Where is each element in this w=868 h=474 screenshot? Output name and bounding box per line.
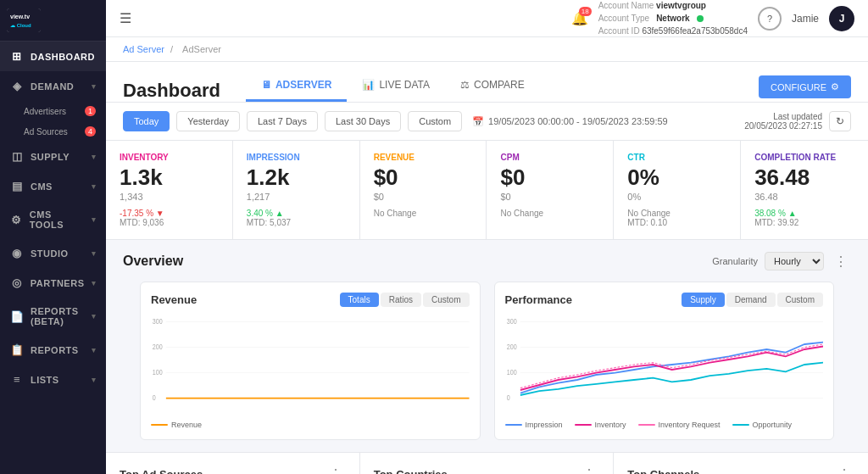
chevron-down-icon: ▾ xyxy=(92,153,97,161)
performance-chart-title: Performance xyxy=(505,293,572,306)
revenue-chart-card: Revenue Totals Ratios Custom 300 200 100 xyxy=(140,282,481,440)
sidebar-item-supply[interactable]: ◫ SUPPLY ▾ xyxy=(0,142,106,171)
topbar: ☰ 🔔 18 Account Name viewtvgroup Account … xyxy=(106,0,868,37)
account-id: 63fe59f66fea2a753b058dc4 xyxy=(642,26,748,36)
sidebar-item-cms-tools[interactable]: ⚙ CMS TOOLS ▾ xyxy=(0,201,106,238)
performance-chart-card: Performance Supply Demand Custom 300 200… xyxy=(494,282,835,440)
sidebar-item-label: REPORTS (BETA) xyxy=(31,306,85,326)
reports-icon: 📋 xyxy=(10,343,24,356)
top-ad-sources-title: Top Ad Sources xyxy=(120,468,203,474)
cpm-sub: $0 xyxy=(500,192,599,202)
chevron-down-icon: ▾ xyxy=(92,215,97,224)
sidebar-item-reports-beta[interactable]: 📄 REPORTS (BETA) ▾ xyxy=(0,298,106,335)
revenue-tab-ratios[interactable]: Ratios xyxy=(381,293,421,307)
bottom-cards-row: Top Ad Sources ⋮ Top Countries ⋮ Top Cha… xyxy=(106,452,868,474)
date-range-text: 19/05/2023 00:00:00 - 19/05/2023 23:59:5… xyxy=(488,116,668,126)
legend-impression-dot xyxy=(505,424,522,426)
filter-yesterday[interactable]: Yesterday xyxy=(176,111,240,131)
sidebar-item-label: STUDIO xyxy=(31,248,69,259)
sidebar-item-studio[interactable]: ◉ STUDIO ▾ xyxy=(0,238,106,268)
granularity-control: Granularity Hourly Daily Weekly xyxy=(712,252,824,270)
top-countries-more-button[interactable]: ⋮ xyxy=(579,465,599,474)
stat-ctr: CTR 0% 0% No Change MTD: 0.10 xyxy=(614,141,741,239)
sidebar-item-ad-sources[interactable]: Ad Sources 4 xyxy=(0,121,106,142)
hamburger-button[interactable]: ☰ xyxy=(120,10,131,26)
cpm-change: No Change xyxy=(500,209,599,218)
dashboard-tabs: 🖥 ADSERVER 📊 LIVE DATA ⚖ COMPARE xyxy=(246,70,540,102)
inventory-mtd: MTD: 9,036 xyxy=(120,218,219,227)
sidebar-item-lists[interactable]: ≡ LISTS ▾ xyxy=(0,365,106,394)
svg-text:100: 100 xyxy=(506,367,516,376)
content-area: Ad Server / AdServer Dashboard 🖥 ADSERVE… xyxy=(106,37,868,474)
stat-completion-rate: COMPLETION RATE 36.48 36.48 38.08 % ▲ MT… xyxy=(741,141,868,239)
top-channels-header: Top Channels ⋮ xyxy=(627,465,854,474)
tab-compare[interactable]: ⚖ COMPARE xyxy=(445,70,540,102)
logo-icon: view.tv ☁ Cloud xyxy=(7,8,41,32)
top-countries-header: Top Countries ⋮ xyxy=(374,465,600,474)
top-countries-title: Top Countries xyxy=(374,468,448,474)
completion-rate-sub: 36.48 xyxy=(754,192,854,202)
svg-text:300: 300 xyxy=(506,316,516,326)
inventory-label: INVENTORY xyxy=(120,153,219,162)
revenue-label: REVENUE xyxy=(374,153,473,162)
ctr-sub: 0% xyxy=(627,192,726,202)
filter-custom[interactable]: Custom xyxy=(408,111,462,131)
impression-change: 3.40 % ▲ xyxy=(247,209,346,218)
performance-chart-legend: Impression Inventory Inventory Request xyxy=(505,421,824,429)
legend-inventory-dot xyxy=(575,424,592,426)
perf-tab-custom[interactable]: Custom xyxy=(777,293,823,307)
overview-more-button[interactable]: ⋮ xyxy=(831,252,851,271)
sidebar-item-label: DASHBOARD xyxy=(31,52,95,62)
stat-impression: IMPRESSION 1.2k 1,217 3.40 % ▲ MTD: 5,03… xyxy=(233,141,360,239)
page-title: Dashboard xyxy=(123,80,220,102)
sidebar-item-demand[interactable]: ◈ DEMAND ▾ xyxy=(0,71,106,101)
granularity-select[interactable]: Hourly Daily Weekly xyxy=(765,252,824,270)
last-updated: Last updated 20/05/2023 02:27:15 xyxy=(744,112,822,131)
chevron-down-icon: ▾ xyxy=(92,182,97,191)
breadcrumb: Ad Server / AdServer xyxy=(106,37,868,62)
chevron-down-icon: ▾ xyxy=(92,312,97,321)
dashboard-icon: ⊞ xyxy=(10,50,24,63)
sidebar-item-reports[interactable]: 📋 REPORTS ▾ xyxy=(0,335,106,365)
user-avatar[interactable]: J xyxy=(829,6,854,31)
top-channels-more-button[interactable]: ⋮ xyxy=(834,465,854,474)
notification-bell[interactable]: 🔔 18 xyxy=(571,10,588,26)
filter-today[interactable]: Today xyxy=(123,111,170,131)
dashboard-header: Dashboard 🖥 ADSERVER 📊 LIVE DATA ⚖ COMPA… xyxy=(106,62,868,103)
filter-last-7-days[interactable]: Last 7 Days xyxy=(247,111,318,131)
chevron-down-icon: ▾ xyxy=(92,346,97,354)
perf-tab-demand[interactable]: Demand xyxy=(726,293,776,307)
perf-tab-supply[interactable]: Supply xyxy=(682,293,725,307)
sidebar-item-dashboard[interactable]: ⊞ DASHBOARD xyxy=(0,42,106,71)
performance-chart-header: Performance Supply Demand Custom xyxy=(505,293,824,307)
performance-chart-tabs: Supply Demand Custom xyxy=(682,293,823,307)
help-icon[interactable]: ? xyxy=(758,7,782,31)
completion-rate-mtd: MTD: 39.92 xyxy=(754,218,854,227)
chevron-down-icon: ▾ xyxy=(92,279,97,287)
revenue-tab-custom[interactable]: Custom xyxy=(423,293,469,307)
chevron-down-icon: ▾ xyxy=(92,376,97,384)
revenue-tab-totals[interactable]: Totals xyxy=(340,293,379,307)
sidebar: view.tv ☁ Cloud ⊞ DASHBOARD ◈ DEMAND ▾ A… xyxy=(0,0,106,474)
breadcrumb-parent[interactable]: Ad Server xyxy=(123,44,164,54)
inventory-change: -17.35 % ▼ xyxy=(120,209,219,218)
partners-icon: ◎ xyxy=(10,276,24,289)
impression-sub: 1,217 xyxy=(247,192,346,202)
user-name: Jamie xyxy=(792,13,819,25)
sidebar-item-partners[interactable]: ◎ PARTNERS ▾ xyxy=(0,268,106,298)
sidebar-item-advertisers[interactable]: Advertisers 1 xyxy=(0,101,106,121)
tab-live-data[interactable]: 📊 LIVE DATA xyxy=(347,70,445,102)
refresh-button[interactable]: ↻ xyxy=(829,111,851,131)
sidebar-item-cms[interactable]: ▤ CMS ▾ xyxy=(0,171,106,201)
top-ad-sources-more-button[interactable]: ⋮ xyxy=(326,465,346,474)
tab-adserver[interactable]: 🖥 ADSERVER xyxy=(246,70,347,102)
compare-tab-label: COMPARE xyxy=(474,79,525,91)
revenue-chart-title: Revenue xyxy=(151,293,197,306)
configure-button[interactable]: CONFIGURE ⚙ xyxy=(759,75,851,98)
filter-last-30-days[interactable]: Last 30 Days xyxy=(325,111,401,131)
studio-icon: ◉ xyxy=(10,247,24,259)
cpm-label: CPM xyxy=(500,153,599,162)
revenue-chart-legend: Revenue xyxy=(151,421,470,429)
sidebar-item-label: CMS xyxy=(31,181,53,192)
revenue-chart-header: Revenue Totals Ratios Custom xyxy=(151,293,470,307)
